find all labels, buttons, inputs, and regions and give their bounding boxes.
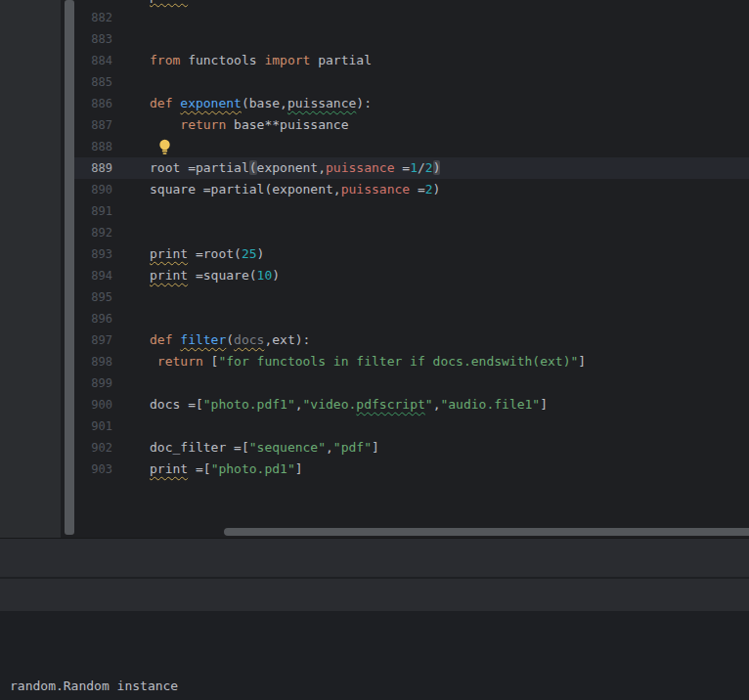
code-line-890[interactable]: 890square =partial(exponent,puissance =2… bbox=[74, 179, 749, 200]
code-text: from functools import partial bbox=[150, 50, 749, 71]
code-text: print =root(25) bbox=[150, 243, 749, 265]
code-text bbox=[150, 222, 749, 243]
code-text bbox=[150, 28, 749, 50]
code-line-885[interactable]: 885 bbox=[74, 71, 749, 93]
line-number[interactable]: 899 bbox=[74, 372, 149, 394]
code-line-896[interactable]: 896 bbox=[74, 308, 749, 329]
code-line-887[interactable]: 887 return base**puissance bbox=[74, 114, 749, 136]
code-line-881[interactable]: 881print =memorize bbox=[74, 0, 749, 7]
line-number[interactable]: 885 bbox=[74, 71, 149, 93]
code-line-900[interactable]: 900docs =["photo.pdf1","video.pdfscript"… bbox=[74, 394, 749, 416]
code-line-882[interactable]: 882 bbox=[74, 7, 749, 28]
code-token: ] bbox=[540, 397, 548, 412]
code-line-884[interactable]: 884from functools import partial bbox=[74, 50, 749, 71]
line-number[interactable]: 895 bbox=[74, 286, 149, 308]
code-line-895[interactable]: 895 bbox=[74, 286, 749, 308]
left-tool-panel bbox=[0, 0, 63, 538]
line-number[interactable]: 882 bbox=[74, 7, 149, 28]
code-token: exponent bbox=[180, 96, 242, 110]
horizontal-scrollbar-thumb[interactable] bbox=[224, 528, 749, 536]
line-number[interactable]: 886 bbox=[74, 93, 149, 114]
code-line-892[interactable]: 892 bbox=[74, 222, 749, 243]
line-number[interactable]: 903 bbox=[74, 459, 149, 480]
code-token: =[ bbox=[188, 461, 210, 476]
code-token: ,ext): bbox=[264, 332, 310, 347]
code-text: doc_filter =["sequence","pdf"] bbox=[150, 437, 749, 459]
code-line-903[interactable]: 903print =["photo.pd1"] bbox=[74, 459, 749, 480]
code-line-897[interactable]: 897def filter(docs,ext): bbox=[74, 329, 749, 351]
code-token: (base, bbox=[242, 96, 287, 110]
code-token: def bbox=[150, 332, 180, 347]
code-token: base**puissance bbox=[226, 117, 348, 132]
line-number[interactable]: 890 bbox=[74, 179, 149, 200]
code-line-893[interactable]: 893print =root(25) bbox=[74, 243, 749, 265]
line-number[interactable]: 898 bbox=[74, 351, 149, 372]
code-token: "for functools in filter if docs.endswit… bbox=[218, 354, 578, 369]
code-line-902[interactable]: 902doc_filter =["sequence","pdf"] bbox=[74, 437, 749, 459]
code-token: , bbox=[295, 397, 303, 412]
vertical-scrollbar-thumb[interactable] bbox=[65, 0, 74, 535]
code-text: docs =["photo.pdf1","video.pdfscript","a… bbox=[150, 394, 749, 416]
code-line-891[interactable]: 891 bbox=[74, 200, 749, 222]
line-number[interactable]: 896 bbox=[74, 308, 149, 329]
line-number[interactable]: 889 bbox=[74, 157, 149, 179]
line-number[interactable]: 891 bbox=[74, 200, 149, 222]
line-number[interactable]: 881 bbox=[74, 0, 149, 7]
code-token: pdfscript bbox=[356, 397, 424, 412]
code-editor[interactable]: 881print =memorize882883884from functool… bbox=[74, 0, 749, 538]
code-line-886[interactable]: 886def exponent(base,puissance): bbox=[74, 93, 749, 114]
code-token: 25 bbox=[242, 246, 257, 261]
intention-bulb-icon[interactable] bbox=[158, 139, 171, 163]
line-number[interactable]: 901 bbox=[74, 416, 149, 437]
code-token: ) bbox=[433, 160, 441, 175]
code-token: filter bbox=[180, 332, 226, 347]
doc-text: random.Random instance bbox=[10, 678, 178, 693]
code-line-901[interactable]: 901 bbox=[74, 416, 749, 437]
code-token: 10 bbox=[257, 268, 273, 283]
code-line-888[interactable]: 888 bbox=[74, 136, 749, 157]
code-text: print =["photo.pd1"] bbox=[150, 459, 749, 480]
code-line-883[interactable]: 883 bbox=[74, 28, 749, 50]
code-token: "audio.file1" bbox=[440, 397, 540, 412]
code-line-894[interactable]: 894print =square(10) bbox=[74, 265, 749, 286]
code-text: square =partial(exponent,puissance =2) bbox=[150, 179, 749, 200]
code-line-889[interactable]: 889root =partial(exponent,puissance =1/2… bbox=[74, 157, 749, 179]
code-token: "photo.pdf1" bbox=[203, 397, 295, 412]
code-token: print bbox=[150, 268, 188, 283]
line-number[interactable]: 894 bbox=[74, 265, 149, 286]
panel-strip-upper bbox=[0, 538, 749, 577]
code-token: , bbox=[326, 440, 333, 455]
code-text: return base**puissance bbox=[150, 114, 749, 136]
code-token: " bbox=[425, 397, 433, 412]
code-line-899[interactable]: 899 bbox=[74, 372, 749, 394]
editor-horizontal-scrollbar[interactable] bbox=[224, 528, 749, 536]
code-token: ): bbox=[356, 96, 372, 110]
code-token: = bbox=[410, 182, 425, 197]
code-token: import bbox=[264, 53, 310, 67]
code-line-898[interactable]: 898 return ["for functools in filter if … bbox=[74, 351, 749, 372]
line-number[interactable]: 892 bbox=[74, 222, 149, 243]
code-token: puissance bbox=[341, 182, 410, 197]
line-number[interactable]: 884 bbox=[74, 50, 149, 71]
line-number[interactable]: 883 bbox=[74, 28, 149, 50]
code-token: ( bbox=[226, 332, 234, 347]
code-token: print bbox=[150, 461, 188, 476]
code-token: doc_filter =[ bbox=[150, 440, 249, 455]
editor-vertical-scrollbar[interactable] bbox=[63, 0, 74, 538]
code-token: / bbox=[418, 160, 425, 175]
code-text bbox=[150, 136, 749, 157]
code-text: print =square(10) bbox=[150, 265, 749, 286]
line-number[interactable]: 893 bbox=[74, 243, 149, 265]
line-number[interactable]: 902 bbox=[74, 437, 149, 459]
code-text: def exponent(base,puissance): bbox=[150, 93, 749, 114]
code-token: puissance bbox=[326, 160, 394, 175]
line-number[interactable]: 900 bbox=[74, 394, 149, 416]
code-token: =square( bbox=[188, 268, 256, 283]
line-number[interactable]: 888 bbox=[74, 136, 149, 157]
code-text bbox=[150, 200, 749, 222]
code-token: memorize bbox=[203, 0, 265, 3]
code-token: ] bbox=[578, 354, 586, 369]
line-number[interactable]: 897 bbox=[74, 329, 149, 351]
line-number[interactable]: 887 bbox=[74, 114, 149, 136]
code-token: ( bbox=[249, 160, 257, 175]
